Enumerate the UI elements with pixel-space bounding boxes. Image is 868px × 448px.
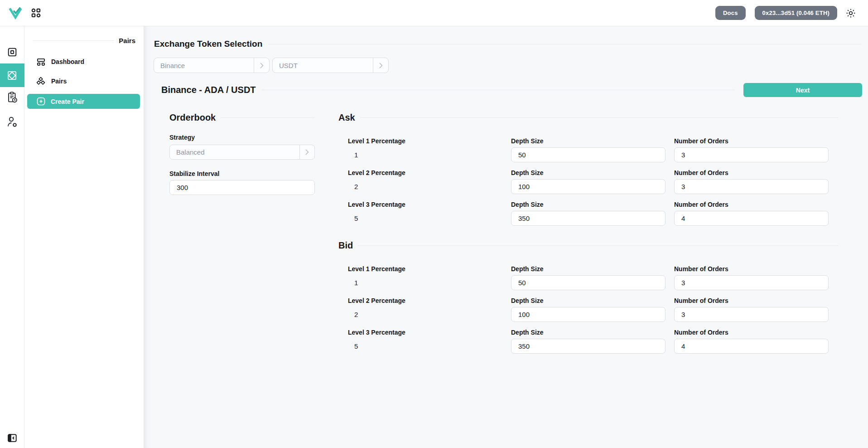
pair-form: Orderbook Strategy Balanced Stabilize In… bbox=[169, 112, 838, 360]
depth-size-field: Depth Size bbox=[511, 265, 665, 290]
token-select-value: USDT bbox=[273, 62, 373, 69]
level-percentage-value: 2 bbox=[348, 307, 502, 322]
number-of-orders-field: Number of Orders bbox=[674, 329, 829, 354]
stabilize-interval-input[interactable] bbox=[169, 180, 315, 195]
sidebar-item-label: Pairs bbox=[51, 78, 67, 85]
wallet-address-button[interactable]: 0x23...3d51 (0.046 ETH) bbox=[755, 6, 837, 20]
theme-toggle-sun-icon[interactable] bbox=[845, 8, 856, 19]
number-of-orders-field: Number of Orders bbox=[674, 137, 829, 162]
level-percentage-label: Level 1 Percentage bbox=[348, 137, 502, 145]
pair-title: Binance - ADA / USDT bbox=[161, 85, 256, 95]
ask-level-2-row: Level 2 Percentage 2 Depth Size Number o… bbox=[348, 169, 838, 194]
orderbook-section: Orderbook Strategy Balanced Stabilize In… bbox=[169, 112, 315, 360]
level-percentage-field: Level 3 Percentage 5 bbox=[348, 329, 502, 354]
depth-size-label: Depth Size bbox=[511, 137, 665, 145]
bid-number-of-orders-input-2[interactable] bbox=[674, 307, 829, 322]
bid-number-of-orders-input-1[interactable] bbox=[674, 275, 829, 290]
chevron-right-icon bbox=[373, 58, 388, 73]
bid-level-1-row: Level 1 Percentage 1 Depth Size Number o… bbox=[348, 265, 838, 290]
bid-level-2-row: Level 2 Percentage 2 Depth Size Number o… bbox=[348, 297, 838, 322]
bid-depth-size-input-2[interactable] bbox=[511, 307, 665, 322]
level-percentage-label: Level 3 Percentage bbox=[348, 201, 502, 209]
collapse-sidebar-icon[interactable] bbox=[7, 433, 17, 443]
level-percentage-value: 1 bbox=[348, 147, 502, 162]
icon-rail bbox=[0, 26, 24, 448]
ask-bid-column: Ask Level 1 Percentage 1 Depth Size Numb… bbox=[338, 112, 838, 360]
bid-rows: Level 1 Percentage 1 Depth Size Number o… bbox=[348, 265, 838, 354]
bid-title: Bid bbox=[338, 240, 353, 251]
page-title: Exchange Token Selection bbox=[154, 39, 262, 49]
bid-level-3-row: Level 3 Percentage 5 Depth Size Number o… bbox=[348, 329, 838, 354]
sidebar-item-label: Dashboard bbox=[51, 58, 84, 65]
bid-number-of-orders-input-3[interactable] bbox=[674, 339, 829, 354]
strategy-select[interactable]: Balanced bbox=[169, 145, 315, 160]
exchange-select-value: Binance bbox=[154, 62, 254, 69]
bid-depth-size-input-1[interactable] bbox=[511, 275, 665, 290]
divider bbox=[261, 90, 735, 90]
level-percentage-field: Level 2 Percentage 2 bbox=[348, 169, 502, 194]
next-button[interactable]: Next bbox=[743, 83, 862, 97]
chevron-right-icon bbox=[254, 58, 269, 73]
bid-section: Bid Level 1 Percentage 1 Depth Size bbox=[338, 239, 838, 354]
level-percentage-field: Level 2 Percentage 2 bbox=[348, 297, 502, 322]
depth-size-field: Depth Size bbox=[511, 137, 665, 162]
level-percentage-value: 5 bbox=[348, 211, 502, 226]
stabilize-interval-label: Stabilize Interval bbox=[169, 170, 315, 178]
sidebar-item-create-pair[interactable]: Create Pair bbox=[27, 94, 140, 109]
orderbook-header: Orderbook bbox=[169, 112, 315, 123]
sidebar-item-dashboard[interactable]: Dashboard bbox=[24, 54, 144, 70]
number-of-orders-field: Number of Orders bbox=[674, 201, 829, 226]
sidebar-nav: Dashboard Pairs Create Pair bbox=[24, 54, 144, 109]
divider bbox=[268, 44, 861, 44]
chevron-right-icon bbox=[299, 145, 314, 159]
cubes-icon bbox=[36, 77, 45, 86]
pair-header-row: Binance - ADA / USDT Next bbox=[161, 83, 862, 97]
docs-button[interactable]: Docs bbox=[715, 6, 746, 20]
sidebar-item-pairs[interactable]: Pairs bbox=[24, 73, 144, 89]
number-of-orders-label: Number of Orders bbox=[674, 297, 829, 305]
topbar: Docs 0x23...3d51 (0.046 ETH) bbox=[0, 0, 868, 26]
plus-square-icon bbox=[36, 97, 45, 106]
ask-number-of-orders-input-1[interactable] bbox=[674, 147, 829, 162]
exchange-token-selects: Binance USDT bbox=[154, 58, 389, 73]
depth-size-label: Depth Size bbox=[511, 329, 665, 336]
token-select[interactable]: USDT bbox=[272, 58, 389, 73]
ask-number-of-orders-input-2[interactable] bbox=[674, 179, 829, 194]
number-of-orders-label: Number of Orders bbox=[674, 329, 829, 336]
ask-number-of-orders-input-3[interactable] bbox=[674, 211, 829, 226]
depth-size-label: Depth Size bbox=[511, 297, 665, 305]
level-percentage-label: Level 2 Percentage bbox=[348, 297, 502, 305]
app-logo-icon bbox=[8, 7, 23, 19]
ask-level-1-row: Level 1 Percentage 1 Depth Size Number o… bbox=[348, 137, 838, 162]
ask-title: Ask bbox=[338, 112, 355, 123]
divider bbox=[33, 40, 114, 41]
depth-size-field: Depth Size bbox=[511, 201, 665, 226]
level-percentage-value: 2 bbox=[348, 179, 502, 194]
square-in-square-icon[interactable] bbox=[0, 47, 24, 58]
depth-size-field: Depth Size bbox=[511, 297, 665, 322]
number-of-orders-field: Number of Orders bbox=[674, 297, 829, 322]
diamond-in-square-icon[interactable] bbox=[0, 63, 24, 87]
clipboard-clock-icon[interactable] bbox=[0, 92, 24, 103]
divider bbox=[360, 117, 838, 118]
ask-depth-size-input-3[interactable] bbox=[511, 211, 665, 226]
depth-size-field: Depth Size bbox=[511, 329, 665, 354]
number-of-orders-label: Number of Orders bbox=[674, 169, 829, 177]
number-of-orders-label: Number of Orders bbox=[674, 265, 829, 273]
ask-depth-size-input-2[interactable] bbox=[511, 179, 665, 194]
divider bbox=[358, 245, 838, 246]
user-gear-icon[interactable] bbox=[0, 117, 24, 127]
level-percentage-field: Level 1 Percentage 1 bbox=[348, 265, 502, 290]
number-of-orders-field: Number of Orders bbox=[674, 169, 829, 194]
ask-depth-size-input-1[interactable] bbox=[511, 147, 665, 162]
number-of-orders-label: Number of Orders bbox=[674, 201, 829, 209]
strategy-label: Strategy bbox=[169, 134, 315, 141]
number-of-orders-label: Number of Orders bbox=[674, 137, 829, 145]
level-percentage-label: Level 2 Percentage bbox=[348, 169, 502, 177]
apps-grid-icon[interactable] bbox=[31, 8, 41, 18]
sidebar-item-label: Create Pair bbox=[51, 98, 84, 105]
exchange-select[interactable]: Binance bbox=[154, 58, 270, 73]
bid-depth-size-input-3[interactable] bbox=[511, 339, 665, 354]
ask-rows: Level 1 Percentage 1 Depth Size Number o… bbox=[348, 137, 838, 226]
bid-header: Bid bbox=[338, 239, 838, 251]
